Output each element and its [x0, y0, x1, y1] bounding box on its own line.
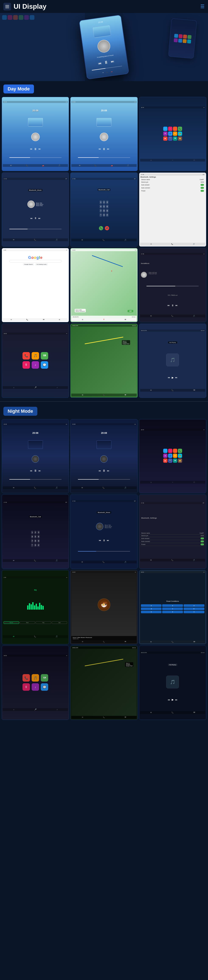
bottom-apps[interactable]: ⌂ ← □: [140, 159, 205, 162]
night-prev-2[interactable]: ⏮: [99, 469, 101, 472]
night-dial-star[interactable]: *: [31, 543, 33, 547]
np-nav-2[interactable]: 📞: [172, 389, 173, 391]
music-nav-icon[interactable]: 🎵: [58, 165, 60, 167]
app-misc[interactable]: ⭐: [178, 137, 182, 141]
local-prev[interactable]: ⏮: [167, 304, 170, 307]
np-nav-3[interactable]: 🗺: [193, 389, 195, 391]
google-buttons[interactable]: Google Search I'm Feeling Lucky: [23, 263, 48, 266]
night-dial-5[interactable]: 5: [34, 535, 36, 538]
app-weather[interactable]: ☀: [173, 132, 177, 136]
nbm-nav-2[interactable]: 📞: [102, 561, 105, 563]
home-icon[interactable]: ⌂: [150, 159, 151, 161]
google-bottom[interactable]: ✉ 📞 🗺 ⚙: [3, 318, 68, 321]
carplay-now-playing[interactable]: ♪: [57, 387, 58, 388]
dial-9[interactable]: 9: [106, 209, 109, 212]
nav-bottom[interactable]: ✉ 📞 🗺: [71, 394, 137, 396]
nnp-nav-1[interactable]: ✉: [150, 711, 152, 713]
search-bar[interactable]: [9, 260, 61, 262]
dial-star[interactable]: *: [99, 213, 102, 217]
night-auto-answer[interactable]: Auto answer: [140, 537, 205, 540]
cp-music[interactable]: 🎵: [32, 352, 39, 360]
app-video[interactable]: ▶: [163, 137, 167, 141]
nbs-nav-1[interactable]: ✉: [150, 559, 152, 561]
nav-prev[interactable]: ⏮: [168, 376, 170, 379]
night-app-6[interactable]: 🔵: [168, 453, 172, 458]
night-nav-play-bottom[interactable]: ✉ 📞 🗺: [140, 711, 205, 714]
google-nav-3[interactable]: 🗺: [43, 319, 44, 321]
night-app-2[interactable]: ♪: [168, 449, 172, 453]
dial-1[interactable]: 1: [99, 200, 102, 204]
nav-next[interactable]: ⏭: [175, 376, 177, 379]
answer-btn[interactable]: 📞: [99, 226, 103, 230]
night-dial-4[interactable]: 4: [31, 535, 33, 538]
n2-nav-1[interactable]: ✉: [82, 487, 83, 489]
google-lucky-btn[interactable]: I'm Feeling Lucky: [35, 263, 48, 266]
night-nav-next[interactable]: ⏭: [175, 698, 177, 701]
phone-nav-icon[interactable]: 📞: [26, 165, 28, 167]
settings-nav-1[interactable]: ✉: [150, 243, 152, 245]
n-back[interactable]: ←: [172, 481, 173, 483]
cp-maps[interactable]: 🗺: [41, 352, 48, 360]
local-controls[interactable]: ⏮ ⏸ ⏭: [167, 304, 178, 307]
app-phone[interactable]: 📞: [178, 127, 182, 131]
ncp-home[interactable]: ⌂: [13, 709, 14, 711]
cp-spotify[interactable]: ♪: [32, 361, 39, 369]
play-pause-button[interactable]: ⏸: [104, 60, 109, 65]
nav-icon[interactable]: ☰: [200, 4, 205, 10]
roads-nav-2[interactable]: 📞: [172, 641, 173, 643]
local-next[interactable]: ⏭: [175, 304, 178, 307]
ncp-siri[interactable]: 🎤: [35, 709, 36, 711]
eq-preset-4[interactable]: Jazz: [52, 621, 67, 624]
bcall-nav-1[interactable]: ✉: [82, 239, 83, 241]
road-btn-7[interactable]: ▼: [141, 611, 162, 613]
eq-preset-2[interactable]: Rock: [20, 621, 35, 624]
app-camera[interactable]: 📷: [168, 137, 172, 141]
apps-grid-day[interactable]: 🐦 ♪ 📍 📞 ⚙ 🔵 ☀ 📻 ▶ 📷 🗺 ⭐: [162, 126, 183, 142]
nav-play-bottom[interactable]: ✉ 📞 🗺: [140, 389, 205, 392]
map-view[interactable]: 📍 Sunny Coffee Western Restaurant GO: [71, 251, 137, 316]
recent-icon[interactable]: □: [194, 159, 195, 161]
google-nav-1[interactable]: ✉: [11, 319, 12, 321]
night-app-12[interactable]: ⭐: [178, 458, 182, 463]
food-bottom[interactable]: ✉ 📞 🗺: [71, 640, 137, 643]
nav-play-btn[interactable]: ▶: [172, 376, 173, 379]
local-nav-2[interactable]: 📞: [171, 315, 173, 317]
app-twitter[interactable]: 🐦: [163, 127, 167, 131]
night-bt-play[interactable]: ⏸: [103, 539, 105, 542]
n-home[interactable]: ⌂: [150, 481, 151, 483]
roads-nav-1[interactable]: ✉: [150, 641, 152, 643]
night-nav-prev[interactable]: ⏮: [168, 698, 170, 701]
local-nav-1[interactable]: ✉: [150, 315, 152, 317]
menu-button[interactable]: [3, 3, 11, 10]
roads-bottom[interactable]: ✉ 📞 🗺: [140, 641, 205, 643]
eq-nav-2[interactable]: 📞: [34, 636, 36, 638]
back-icon[interactable]: ←: [172, 159, 173, 161]
night-nav-bottom[interactable]: ✉ 📞 🗺: [71, 716, 137, 719]
google-nav-4[interactable]: ⚙: [59, 319, 60, 321]
carplay-bottom[interactable]: ⌂ 🎤 ♪: [3, 386, 68, 389]
night-nav-controls[interactable]: ⏮ ▶ ⏭: [168, 698, 177, 701]
night-app-4[interactable]: 📞: [178, 449, 182, 453]
call-actions[interactable]: 📞 📵: [99, 226, 109, 230]
power-toggle[interactable]: [200, 190, 204, 192]
road-btn-5[interactable]: ●: [162, 608, 183, 610]
next-btn[interactable]: ⏭: [39, 148, 41, 150]
night-bottom-1[interactable]: ✉ 📞 🎵: [3, 486, 68, 489]
night-dial-1[interactable]: 1: [31, 531, 33, 534]
bottom-nav-2[interactable]: ✉ 📞 🚗 🎵: [71, 164, 137, 167]
local-bottom[interactable]: ✉ 📞 🎵: [140, 315, 205, 317]
night-nav-play-btn[interactable]: ▶: [172, 698, 173, 701]
carplay-siri[interactable]: 🎤: [35, 387, 36, 388]
nav-nav-2[interactable]: 📞: [103, 394, 105, 396]
night-apps-bottom[interactable]: ⌂ ← □: [140, 481, 205, 484]
road-btn-3[interactable]: ▲: [184, 604, 204, 607]
nnm-nav-1[interactable]: ✉: [82, 716, 83, 718]
eq-nav-3[interactable]: 🎵: [56, 636, 58, 638]
email-nav-icon[interactable]: ✉: [10, 165, 12, 167]
dial-0[interactable]: 0: [103, 213, 105, 217]
ncp-music[interactable]: 🎵: [32, 674, 39, 682]
dial-3[interactable]: 3: [106, 200, 109, 204]
night-nav-view[interactable]: Start onDongliaoDonguo Road: [71, 649, 137, 716]
bt-nav-1[interactable]: ✉: [13, 239, 14, 241]
road-btn-6[interactable]: ►: [184, 608, 204, 610]
